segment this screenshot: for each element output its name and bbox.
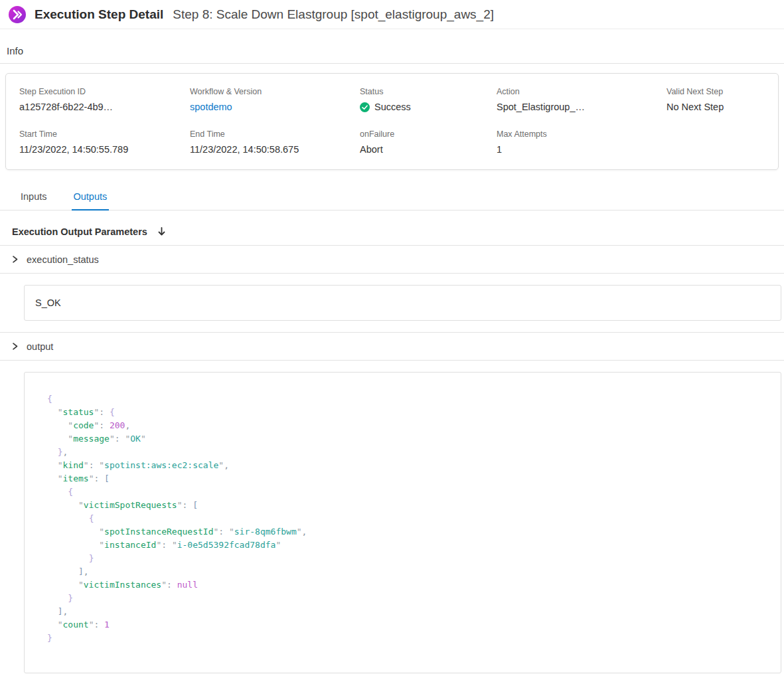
workflow-link[interactable]: spotdemo [190,102,360,112]
field-value: Spot_Elastigroup_… [497,102,666,112]
field-label: onFailure [360,129,497,139]
output-params-header: Execution Output Parameters [0,211,784,246]
field-value: 11/23/2022, 14:50:55.789 [19,144,190,155]
field-value: 11/23/2022, 14:50:58.675 [190,144,360,155]
page-title: Execution Step Detail [35,7,163,22]
field-status: Status Success [360,87,497,112]
expand-all-arrow-icon[interactable] [157,226,167,237]
field-step-execution-id: Step Execution ID a125728f-6b22-4b9… [19,87,190,112]
tab-bar: Inputs Outputs [0,170,784,211]
param-row-output[interactable]: output [0,333,784,361]
field-label: Action [497,87,666,96]
field-value: No Next Step [666,102,765,112]
field-max-attempts: Max Attempts 1 [497,129,666,155]
field-value: Abort [360,144,497,155]
app-logo-icon[interactable] [8,5,27,24]
field-label: End Time [190,129,360,139]
field-label: Start Time [19,129,190,139]
info-section-label: Info [0,29,784,63]
json-code: { "status": { "code": 200, "message": "O… [47,392,767,645]
field-on-failure: onFailure Abort [360,129,497,155]
param-row-execution-status[interactable]: execution_status [0,246,784,274]
divider [0,63,784,64]
app-header: Execution Step Detail Step 8: Scale Down… [0,0,784,29]
field-end-time: End Time 11/23/2022, 14:50:58.675 [190,129,360,155]
output-params-title: Execution Output Parameters [12,226,147,237]
output-json-box[interactable]: { "status": { "code": 200, "message": "O… [24,372,781,673]
field-start-time: Start Time 11/23/2022, 14:50:55.789 [19,129,190,155]
status-badge: Success [360,102,497,112]
field-value: 1 [497,144,666,155]
page-subtitle: Step 8: Scale Down Elastgroup [spot_elas… [173,7,494,22]
chevron-right-icon[interactable] [11,342,19,351]
status-text: Success [374,102,411,112]
field-label: Valid Next Step [666,87,765,96]
field-label: Status [360,87,497,96]
field-value: a125728f-6b22-4b9… [19,102,190,112]
field-label: Step Execution ID [19,87,190,96]
field-empty [666,129,765,155]
execution-status-value-box[interactable]: S_OK [24,285,781,321]
field-valid-next-step: Valid Next Step No Next Step [666,87,765,112]
tab-outputs[interactable]: Outputs [72,186,110,211]
param-name: output [27,341,53,352]
tab-inputs[interactable]: Inputs [19,186,49,211]
field-label: Workflow & Version [190,87,360,96]
field-label: Max Attempts [497,129,666,139]
field-workflow-version: Workflow & Version spotdemo [190,87,360,112]
info-card: Step Execution ID a125728f-6b22-4b9… Wor… [5,73,779,170]
chevron-right-icon[interactable] [11,255,19,264]
param-name: execution_status [27,254,99,265]
success-check-icon [360,102,370,112]
field-action: Action Spot_Elastigroup_… [497,87,666,112]
